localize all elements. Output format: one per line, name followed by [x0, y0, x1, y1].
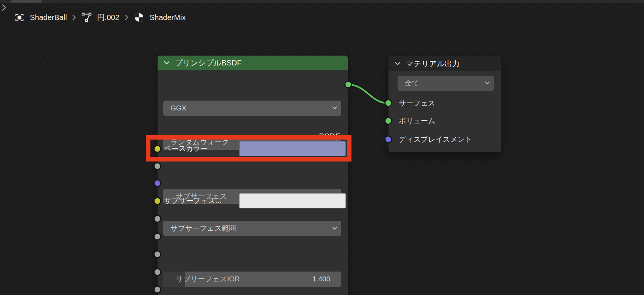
highlight-box-base-color: [146, 135, 351, 161]
socket-specular-tint[interactable]: [153, 286, 161, 293]
collection-icon: [14, 12, 25, 23]
slider-subsurface-ior[interactable]: サブサーフェスIOR 1.400: [163, 272, 341, 287]
top-editor-sliver: [0, 0, 644, 3]
dropdown-distribution[interactable]: GGX: [163, 101, 341, 116]
dropdown-value: 全て: [405, 76, 419, 91]
socket-output-bsdf[interactable]: [344, 81, 352, 88]
breadcrumb-item-material: ShaderMix: [134, 12, 186, 23]
breadcrumb: ShaderBall 円.002 ShaderMix: [0, 10, 644, 25]
socket-subsurface-ior[interactable]: [153, 215, 161, 223]
socket-label: サブサーフェス...: [164, 193, 221, 208]
chevron-right-icon: [71, 14, 77, 21]
chevron-right-icon: [124, 14, 129, 21]
socket-subsurface-radius[interactable]: [153, 179, 161, 187]
dropdown-value: サブサーフェス範囲: [170, 221, 236, 236]
row-subsurface-color: サブサーフェス...: [163, 193, 341, 208]
input-label-volume: ボリューム: [399, 116, 435, 126]
socket-subsurface-anisotropy[interactable]: [153, 233, 161, 241]
breadcrumb-label: 円.002: [97, 12, 119, 23]
socket-specular[interactable]: [153, 268, 161, 276]
socket-displacement[interactable]: [384, 135, 392, 143]
chevron-down-icon: [331, 225, 338, 231]
input-label-surface: サーフェス: [399, 99, 435, 108]
material-icon: [134, 12, 144, 23]
slider-label: サブサーフェスIOR: [176, 272, 240, 287]
node-header[interactable]: プリンシプルBSDF: [158, 56, 348, 70]
socket-volume[interactable]: [384, 117, 392, 125]
breadcrumb-item-scene: ShaderBall: [14, 12, 67, 23]
shader-node-editor: ShaderBall 円.002 ShaderMix: [0, 0, 644, 295]
dropdown-subsurface-radius[interactable]: サブサーフェス範囲: [163, 221, 341, 236]
input-label-displacement: ディスプレイスメント: [399, 135, 472, 144]
node-principled-bsdf[interactable]: プリンシプルBSDF BSDF GGX ランダムウォーク ベースカラー サブサー…: [158, 56, 348, 295]
breadcrumb-item-object: 円.002: [81, 12, 119, 23]
breadcrumb-label: ShaderBall: [30, 13, 67, 22]
subsurface-color-swatch[interactable]: [239, 193, 346, 208]
socket-subsurface[interactable]: [153, 162, 161, 170]
top-editor-sliver-segment: [11, 0, 42, 3]
chevron-down-icon: [331, 105, 338, 111]
breadcrumb-label: ShaderMix: [150, 13, 186, 22]
node-material-output[interactable]: マテリアル出力 全て サーフェス ボリューム ディスプレイスメント: [389, 56, 501, 152]
collapse-chevron-down-icon[interactable]: [394, 61, 401, 67]
chevron-down-icon: [484, 80, 491, 86]
socket-metallic[interactable]: [153, 250, 161, 258]
slider-value: 1.400: [312, 272, 330, 287]
dropdown-value: GGX: [170, 101, 186, 116]
socket-subsurface-color[interactable]: [153, 197, 161, 205]
dropdown-output-target[interactable]: 全て: [398, 76, 494, 91]
node-title: プリンシプルBSDF: [175, 58, 242, 68]
node-title: マテリアル出力: [406, 59, 460, 69]
node-header[interactable]: マテリアル出力: [389, 56, 501, 71]
socket-surface[interactable]: [384, 99, 392, 107]
collapse-chevron-down-icon[interactable]: [163, 60, 170, 66]
mesh-data-icon: [81, 12, 92, 23]
